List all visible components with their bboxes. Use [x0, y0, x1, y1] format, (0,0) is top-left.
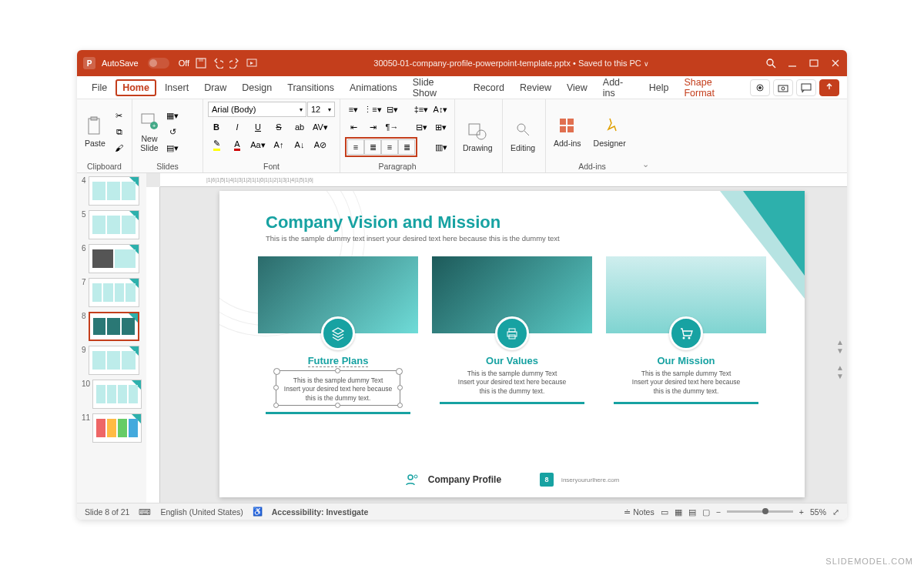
card-desc[interactable]: This is the sample dummy Text Insert you…	[281, 376, 395, 403]
bold-button[interactable]: B	[208, 119, 225, 135]
accessibility-icon[interactable]: ♿	[253, 507, 263, 517]
zoom-value[interactable]: 55%	[810, 507, 826, 517]
card-title[interactable]: Our Mission	[657, 355, 715, 366]
grow-font-button[interactable]: A↑	[270, 137, 287, 152]
view-slideshow-icon[interactable]: ▢	[702, 507, 710, 517]
card-our-mission[interactable]: Our Mission This is the sample dummy Tex…	[606, 256, 766, 414]
align-right-button[interactable]: ≡	[381, 139, 398, 155]
fit-to-window-icon[interactable]: ⤢	[832, 507, 839, 517]
align-text-button[interactable]: ⊟▾	[413, 119, 430, 135]
designer-button[interactable]: Designer	[591, 114, 629, 149]
slide-canvas[interactable]: Company Vision and Mission This is the s…	[219, 191, 805, 497]
shadow-button[interactable]: ab	[291, 119, 308, 135]
card-our-values[interactable]: Our Values This is the sample dummy Text…	[432, 256, 592, 414]
share-button[interactable]	[819, 79, 839, 96]
tab-help[interactable]: Help	[642, 79, 676, 96]
slide-thumbnails[interactable]: 4 5 6 7 8 9 10 11	[77, 173, 146, 503]
change-case-button[interactable]: Aa▾	[249, 137, 266, 152]
text-direction-button[interactable]: A↕▾	[432, 102, 449, 117]
lang-icon[interactable]: ⌨	[139, 507, 151, 517]
view-normal-icon[interactable]: ▭	[661, 507, 668, 517]
highlight-button[interactable]: ✎	[208, 137, 225, 152]
close-icon[interactable]	[830, 58, 841, 69]
tab-transitions[interactable]: Transitions	[280, 79, 341, 96]
notes-button[interactable]: ≐ Notes	[624, 507, 654, 517]
maximize-icon[interactable]	[808, 58, 819, 69]
tab-insert[interactable]: Insert	[158, 79, 196, 96]
card-future-plans[interactable]: Future Plans This is the sample dummy Te…	[258, 256, 418, 414]
section-icon[interactable]: ▤▾	[164, 140, 181, 156]
thumb-7[interactable]: 7	[82, 278, 142, 307]
startfrombeginning-icon[interactable]	[246, 58, 257, 69]
tab-record[interactable]: Record	[467, 79, 511, 96]
thumb-6[interactable]: 6	[82, 244, 142, 273]
tab-home[interactable]: Home	[116, 79, 156, 96]
inc-indent-button[interactable]: ⇥	[364, 119, 381, 135]
tab-draw[interactable]: Draw	[197, 79, 233, 96]
tab-view[interactable]: View	[560, 79, 594, 96]
layout-icon[interactable]: ▦▾	[164, 108, 181, 123]
view-sorter-icon[interactable]: ▦	[675, 507, 682, 517]
comments-button[interactable]	[796, 79, 816, 96]
record-button[interactable]	[750, 79, 770, 96]
view-reading-icon[interactable]: ▤	[688, 507, 696, 517]
new-slide-button[interactable]: + New Slide	[137, 109, 162, 154]
underline-button[interactable]: U	[249, 119, 266, 135]
thumb-5[interactable]: 5	[82, 210, 142, 239]
thumb-8[interactable]: 8	[82, 312, 142, 341]
italic-button[interactable]: I	[229, 119, 246, 135]
tab-file[interactable]: File	[85, 79, 114, 96]
card-desc[interactable]: This is the sample dummy Text Insert you…	[629, 370, 743, 396]
zoom-in-icon[interactable]: +	[799, 507, 804, 517]
format-painter-icon[interactable]: 🖌	[111, 140, 128, 156]
ltr-button[interactable]: ¶→	[383, 119, 400, 135]
addins-button[interactable]: Add-ins	[551, 114, 584, 149]
slide-title[interactable]: Company Vision and Mission	[266, 212, 500, 232]
numbering-button[interactable]: ⋮≡▾	[364, 102, 381, 117]
thumb-10[interactable]: 10	[82, 380, 142, 409]
tab-design[interactable]: Design	[235, 79, 279, 96]
font-color-button[interactable]: A	[229, 137, 246, 152]
columns-button[interactable]: ▥▾	[433, 139, 450, 155]
align-left-button[interactable]: ≡	[347, 139, 364, 155]
convert-smartart-button[interactable]: ⊞▾	[432, 119, 449, 135]
line-spacing-button[interactable]: ‡≡▾	[413, 102, 430, 117]
paste-button[interactable]: Paste	[82, 114, 109, 149]
slide-editor[interactable]: |1|6|1|5|1|4|1|3|1|2|1|1|0|1|1|2|1|3|1|4…	[146, 173, 847, 503]
selected-textbox[interactable]: This is the sample dummy Text Insert you…	[276, 370, 400, 406]
clear-format-button[interactable]: A⊘	[312, 137, 329, 152]
tab-review[interactable]: Review	[513, 79, 558, 96]
tab-addins[interactable]: Add-ins	[596, 74, 641, 102]
camera-button[interactable]	[773, 79, 793, 96]
bullets-button[interactable]: ≡▾	[345, 102, 362, 117]
editing-button[interactable]: Editing	[507, 119, 538, 154]
ribbon-collapse-icon[interactable]: ⌄	[638, 99, 652, 172]
align-center-button[interactable]: ≣	[364, 139, 381, 155]
card-title[interactable]: Future Plans	[308, 355, 369, 367]
font-name-select[interactable]: Arial (Body)▾	[208, 102, 306, 117]
thumb-11[interactable]: 11	[82, 413, 142, 443]
titlebar-filename[interactable]: 30050-01-company-profile-powerpoint-temp…	[263, 59, 759, 68]
tab-slideshow[interactable]: Slide Show	[406, 74, 465, 102]
tab-animations[interactable]: Animations	[343, 79, 404, 96]
save-icon[interactable]	[196, 58, 206, 69]
autosave-toggle[interactable]	[148, 58, 169, 69]
tab-shape-format[interactable]: Shape Format	[677, 74, 748, 102]
zoom-out-icon[interactable]: −	[716, 507, 721, 517]
minimize-icon[interactable]	[787, 58, 798, 69]
card-title[interactable]: Our Values	[486, 355, 538, 366]
char-spacing-button[interactable]: AV▾	[312, 119, 329, 135]
slide-subtitle[interactable]: This is the sample dummy text insert you…	[266, 234, 560, 243]
card-desc[interactable]: This is the sample dummy Text Insert you…	[455, 370, 569, 396]
list-level-button[interactable]: ⊟▾	[383, 102, 400, 117]
slide-nav-arrows[interactable]: ▲▼▲▼	[836, 338, 844, 380]
cut-icon[interactable]: ✂	[111, 108, 128, 123]
thumb-9[interactable]: 9	[82, 346, 142, 375]
status-accessibility[interactable]: Accessibility: Investigate	[272, 507, 368, 517]
undo-icon[interactable]	[213, 58, 223, 69]
justify-button[interactable]: ≣	[398, 139, 415, 155]
search-icon[interactable]	[765, 58, 776, 69]
copy-icon[interactable]: ⧉	[111, 124, 128, 139]
thumb-4[interactable]: 4	[82, 176, 142, 206]
redo-icon[interactable]	[229, 58, 240, 69]
